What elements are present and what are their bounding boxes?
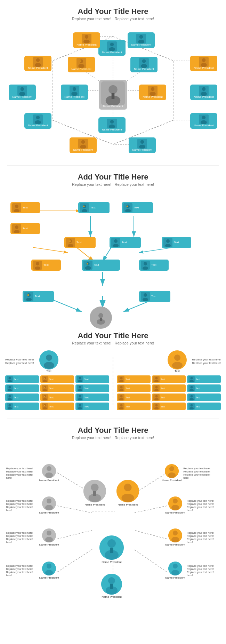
- s3-r-r4-c2[interactable]: Text: [152, 403, 186, 410]
- s3-r-r2-c1[interactable]: Text: [117, 384, 151, 392]
- s3-r-r4-c1[interactable]: Text: [117, 403, 151, 410]
- s4-center-left[interactable]: Name President: [83, 480, 106, 507]
- s2-r3-left-text: Text: [43, 263, 49, 267]
- s3-left-person-svg: [40, 351, 58, 369]
- s2-r2-left[interactable]: Text: [64, 237, 96, 248]
- s4-l3-person[interactable]: Name President: [39, 528, 59, 547]
- s1-top-node[interactable]: Name President: [98, 40, 126, 56]
- s2-r3-center-text: Text: [94, 263, 99, 267]
- s1-bottom-right-node[interactable]: Name President: [129, 137, 156, 153]
- s3-r-r3-c3[interactable]: Text: [187, 393, 221, 401]
- s3-right-col: Replace your text here! Replace your tex…: [117, 350, 221, 412]
- s3-r-r2-c1-avatar: [118, 385, 124, 391]
- s3-col-divider: [113, 350, 113, 412]
- s1-outer-tl-label: Name President: [28, 67, 48, 70]
- s3-l-r2-c3[interactable]: Text: [75, 384, 109, 392]
- s4-center-bottom-label: Name President: [102, 560, 121, 564]
- s3-left-person[interactable]: Text: [39, 350, 58, 373]
- s3-left-person-label: Text: [46, 369, 51, 373]
- s2-bottom-left[interactable]: Text: [23, 291, 54, 302]
- s3-l-r4-c3[interactable]: Text: [75, 403, 109, 410]
- s2-r3-center[interactable]: Text: [82, 260, 120, 271]
- s4-l2-text: Replace your text here! Replace your tex…: [6, 499, 38, 512]
- s1-bottom-left-node[interactable]: Name President: [70, 137, 97, 153]
- s4-l3-text: Replace your text here! Replace your tex…: [6, 531, 38, 544]
- s1-top-far-right-node[interactable]: Name President: [128, 32, 155, 48]
- s4-l2-name: Name President: [39, 511, 59, 515]
- s3-r-r4-c3[interactable]: Text: [187, 403, 221, 410]
- s3-l-row3: Text Text Text: [5, 393, 109, 401]
- s3-l-r1-c2[interactable]: Text: [40, 375, 74, 383]
- s3-r-r2-c3-avatar: [188, 385, 195, 391]
- s3-l-r4-c2[interactable]: Text: [40, 403, 74, 410]
- s3-r-r1-c3[interactable]: Text: [187, 375, 221, 383]
- s2-r1-right[interactable]: Text: [122, 202, 153, 213]
- s2-r3-right[interactable]: Text: [139, 260, 169, 271]
- s3-l-r2-c2[interactable]: Text: [40, 384, 74, 392]
- s4-r2-person-svg: [168, 496, 182, 510]
- s3-r-r3-c1[interactable]: Text: [117, 393, 151, 401]
- s2-right-mid[interactable]: Text: [162, 237, 191, 248]
- s4-r2-person[interactable]: Name President: [165, 496, 185, 515]
- svg-point-247: [173, 499, 178, 503]
- s1-outer-tr-node[interactable]: Name President: [190, 56, 217, 71]
- s3-r-r2-c3[interactable]: Text: [187, 384, 221, 392]
- svg-point-28: [73, 87, 76, 91]
- s1-bottom-node[interactable]: Name President: [98, 117, 126, 133]
- s4-r4-person[interactable]: Name President: [165, 562, 185, 580]
- s4-l4: Replace your text here! Replace your tex…: [3, 562, 59, 580]
- s3-r-r2-c2[interactable]: Text: [152, 384, 186, 392]
- s1-outer-br-node[interactable]: Name President: [190, 113, 217, 129]
- svg-point-14: [108, 85, 118, 94]
- s2-bottom-left-text: Text: [35, 295, 40, 298]
- s3-l-r1-c3[interactable]: Text: [75, 375, 109, 383]
- svg-point-128: [9, 377, 11, 380]
- s4-bottom-label: Name President: [102, 595, 121, 599]
- s3-r-r1-c1[interactable]: Text: [117, 375, 151, 383]
- s1-far-left-label: Name President: [12, 96, 32, 99]
- s3-right-person-svg: [169, 351, 186, 369]
- s1-topleft-node[interactable]: Name President: [68, 57, 95, 72]
- s1-outer-tl-node[interactable]: Name President: [24, 56, 51, 71]
- s2-r2-right[interactable]: Text: [110, 237, 141, 248]
- s2-r3-left[interactable]: Text: [31, 260, 61, 271]
- s3-l-r2-c1[interactable]: Text: [5, 384, 39, 392]
- s3-l-row4: Text Text Text: [5, 403, 109, 410]
- s3-l-r3-c2[interactable]: Text: [40, 393, 74, 401]
- svg-point-158: [9, 404, 11, 407]
- s3-r-r3-c2[interactable]: Text: [152, 393, 186, 401]
- s4-r3-person[interactable]: Name President: [165, 528, 185, 547]
- s1-top-far-left-node[interactable]: Name President: [73, 32, 100, 48]
- s4-center-right[interactable]: Name President: [116, 480, 139, 507]
- svg-point-186: [191, 386, 193, 389]
- s1-far-left-node[interactable]: Name President: [9, 85, 36, 100]
- s2-r1-left[interactable]: Text: [78, 202, 110, 213]
- s4-center-bottom[interactable]: Name President: [99, 535, 124, 564]
- s3-right-person[interactable]: Text: [168, 350, 187, 373]
- s4-r1-person[interactable]: Name President: [162, 464, 181, 482]
- s1-center-node[interactable]: Name President: [99, 80, 127, 110]
- s3-l-r3-c3[interactable]: Text: [75, 393, 109, 401]
- s1-top-far-right-label: Name President: [131, 43, 151, 47]
- s4-bottom-circle[interactable]: Name President: [101, 574, 122, 599]
- s1-right-node[interactable]: Name President: [139, 85, 166, 100]
- s3-l-r3-c1[interactable]: Text: [5, 393, 39, 401]
- s3-columns: Replace your text here! Replace your tex…: [3, 350, 223, 412]
- svg-point-174: [155, 377, 158, 380]
- s2-left-mid[interactable]: Text: [10, 223, 40, 234]
- s1-topright-node[interactable]: Name President: [130, 57, 158, 72]
- s4-l2-person[interactable]: Name President: [39, 496, 59, 515]
- s1-far-right-node[interactable]: Name President: [190, 85, 217, 100]
- svg-point-224: [45, 537, 53, 542]
- s2-bottom-right[interactable]: Text: [139, 291, 170, 302]
- s1-outer-bl-node[interactable]: Name President: [24, 113, 51, 129]
- s3-r-r1-c2[interactable]: Text: [152, 375, 186, 383]
- s2-far-left[interactable]: Text: [10, 202, 40, 213]
- s4-l4-person[interactable]: Name President: [39, 562, 59, 580]
- s1-left-node[interactable]: Name President: [61, 85, 88, 100]
- s3-l-r4-c1[interactable]: Text: [5, 403, 39, 410]
- svg-point-217: [47, 466, 51, 471]
- s3-r-r3-c2-avatar: [153, 394, 160, 400]
- s3-l-r1-c1[interactable]: Text: [5, 375, 39, 383]
- s4-l1-person[interactable]: Name President: [39, 464, 59, 482]
